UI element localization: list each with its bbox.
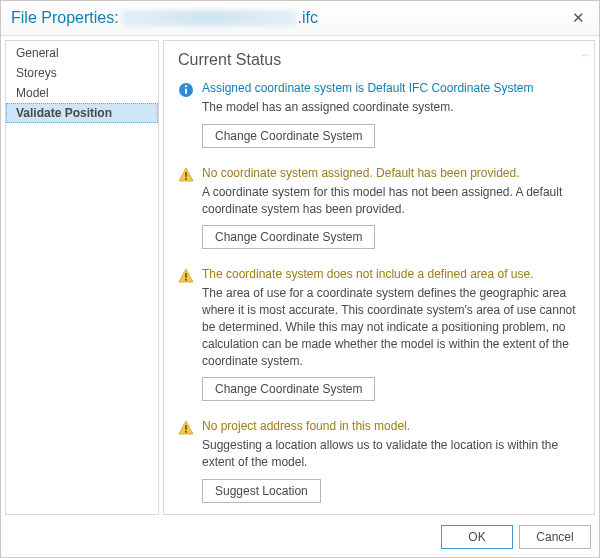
status-content: The coordinate system does not include a… [202,267,580,401]
sidebar-item-validate-position[interactable]: Validate Position [6,103,158,123]
status-description: The model has an assigned coordinate sys… [202,99,580,116]
status-heading: No coordinate system assigned. Default h… [202,166,580,180]
status-description: The area of use for a coordinate system … [202,285,580,369]
svg-rect-7 [185,425,187,430]
svg-point-2 [185,85,187,87]
sidebar: GeneralStoreysModelValidate Position [5,40,159,515]
status-block: Assigned coordinate system is Default IF… [178,81,580,148]
change-coordinate-system-button[interactable]: Change Coordinate System [202,225,375,249]
svg-rect-1 [185,89,187,95]
titlebar: File Properties: .ifc ✕ [1,1,599,36]
ok-button[interactable]: OK [441,525,513,549]
status-list: Assigned coordinate system is Default IF… [178,81,580,503]
svg-rect-3 [185,172,187,177]
cancel-button[interactable]: Cancel [519,525,591,549]
svg-point-8 [185,431,187,433]
filename-redacted [121,10,296,26]
status-heading: No project address found in this model. [202,419,580,433]
change-coordinate-system-button[interactable]: Change Coordinate System [202,377,375,401]
warning-icon [178,420,194,436]
status-description: Suggesting a location allows us to valid… [202,437,580,471]
status-content: Assigned coordinate system is Default IF… [202,81,580,148]
status-content: No coordinate system assigned. Default h… [202,166,580,250]
suggest-location-button[interactable]: Suggest Location [202,479,321,503]
status-block: No coordinate system assigned. Default h… [178,166,580,250]
title-prefix: File Properties: [11,9,119,27]
svg-rect-5 [185,273,187,278]
svg-point-6 [185,279,187,281]
warning-icon [178,167,194,183]
status-heading: The coordinate system does not include a… [202,267,580,281]
page-title: Current Status [178,51,580,69]
close-icon[interactable]: ✕ [566,7,591,29]
footer: OK Cancel [1,519,599,557]
main-panel: ︿ Current Status Assigned coordinate sys… [163,40,595,515]
status-heading: Assigned coordinate system is Default IF… [202,81,580,95]
status-block: The coordinate system does not include a… [178,267,580,401]
title-extension: .ifc [298,9,318,27]
status-content: No project address found in this model.S… [202,419,580,503]
dialog-body: GeneralStoreysModelValidate Position ︿ C… [1,36,599,519]
scroll-up-indicator[interactable]: ︿ [581,47,591,61]
sidebar-item-general[interactable]: General [6,43,158,63]
warning-icon [178,268,194,284]
status-block: No project address found in this model.S… [178,419,580,503]
sidebar-item-storeys[interactable]: Storeys [6,63,158,83]
sidebar-item-model[interactable]: Model [6,83,158,103]
svg-point-4 [185,177,187,179]
info-icon [178,82,194,98]
status-description: A coordinate system for this model has n… [202,184,580,218]
change-coordinate-system-button[interactable]: Change Coordinate System [202,124,375,148]
